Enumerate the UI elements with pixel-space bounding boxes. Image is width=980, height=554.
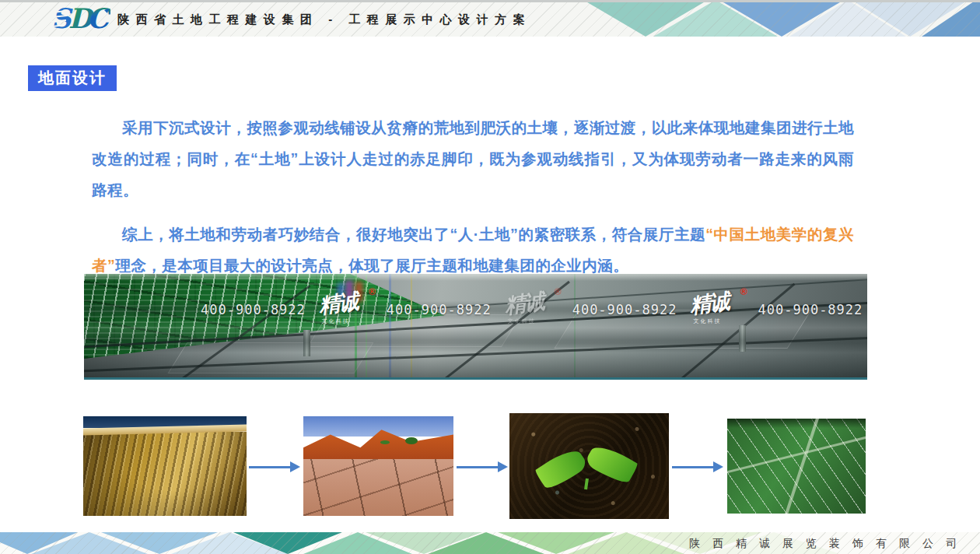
photo-seedling — [509, 413, 669, 519]
section-badge: 地面设计 — [28, 65, 117, 91]
registered-mark-icon: ® — [555, 286, 562, 297]
watermark-brand-subtext: 文化科技 — [322, 317, 350, 325]
photo-cracked-earth — [303, 416, 453, 516]
watermark-brand-text: 精诚 — [688, 287, 730, 320]
top-divider-line — [0, 0, 980, 2]
paragraph-1-text: 采用下沉式设计，按照参观动线铺设从贫瘠的荒地到肥沃的土壤，逐渐过渡，以此来体现地… — [92, 119, 854, 198]
arrow-head-icon — [290, 461, 300, 472]
body-text: 采用下沉式设计，按照参观动线铺设从贫瘠的荒地到肥沃的土壤，逐渐过渡，以此来体现地… — [92, 112, 854, 294]
dark-soil-texture — [509, 413, 669, 519]
registered-mark-icon: ® — [369, 286, 376, 297]
footer-bar: 陕西精诚展览装饰有限公司 — [0, 532, 980, 554]
paragraph-2-text-after: 理念，是本项目最大的设计亮点，体现了展厅主题和地建集团的企业内涵。 — [115, 257, 628, 274]
floor-support-post — [739, 325, 746, 352]
logo-letter-c: C — [87, 4, 110, 33]
watermark-brand: 精诚 ® 文化科技 — [319, 289, 373, 325]
sand-dune-texture — [83, 432, 247, 516]
photo-farmland — [727, 419, 866, 514]
header-bar: S D C 陕西省土地工程建设集团 - 工程展示中心设计方案 — [0, 0, 980, 37]
flow-arrow-2 — [457, 461, 508, 472]
watermark-brand-subtext: 文化科技 — [693, 317, 721, 325]
watermark-brand-text: 精诚 — [503, 287, 545, 320]
watermark-phone: 400-900-8922 — [758, 302, 863, 317]
page-title: 陕西省土地工程建设集团 - 工程展示中心设计方案 — [117, 0, 531, 37]
arrow-shaft — [249, 466, 290, 468]
arrow-head-icon — [713, 461, 723, 472]
arrow-head-icon — [498, 461, 508, 472]
watermark-phone: 400-900-8922 — [572, 302, 677, 317]
sdc-logo-icon: S D C — [51, 4, 110, 37]
glass-floor-panel — [168, 342, 374, 373]
watermark-brand: 精诚 ® 文化科技 — [505, 289, 559, 325]
watermark-brand-text: 精诚 — [317, 287, 359, 320]
paragraph-2: 综上，将土地和劳动者巧妙结合，很好地突出了“人·土地”的紧密联系，符合展厅主题“… — [92, 219, 854, 281]
arrow-shaft — [457, 466, 498, 468]
watermark-phone: 400-900-8922 — [201, 302, 306, 317]
cracked-ground-texture — [303, 459, 453, 516]
photo-desert-sand — [83, 416, 247, 516]
watermark-row: 400-900-8922 精诚 ® 文化科技 400-900-8922 精诚 ®… — [201, 289, 863, 325]
small-tree — [405, 437, 418, 444]
flow-arrow-3 — [672, 461, 723, 472]
registered-mark-icon: ® — [740, 286, 747, 297]
company-name: 陕西精诚展览装饰有限公司 — [689, 532, 969, 554]
flow-arrow-1 — [249, 461, 300, 472]
paragraph-2-text: 综上，将土地和劳动者巧妙结合，很好地突出了“人·土地”的紧密联系，符合展厅主题 — [122, 226, 705, 243]
floor-design-render-image: 400-900-8922 精诚 ® 文化科技 400-900-8922 精诚 ®… — [84, 274, 867, 380]
watermark-phone: 400-900-8922 — [387, 302, 492, 317]
arrow-shaft — [672, 466, 713, 468]
watermark-brand: 精诚 ® 文化科技 — [690, 289, 744, 325]
watermark-brand-subtext: 文化科技 — [508, 317, 536, 325]
floor-support-post — [303, 330, 310, 356]
paragraph-1: 采用下沉式设计，按照参观动线铺设从贫瘠的荒地到肥沃的土壤，逐渐过渡，以此来体现地… — [92, 112, 854, 205]
slide-page: S D C 陕西省土地工程建设集团 - 工程展示中心设计方案 地面设计 采用下沉… — [0, 0, 980, 554]
